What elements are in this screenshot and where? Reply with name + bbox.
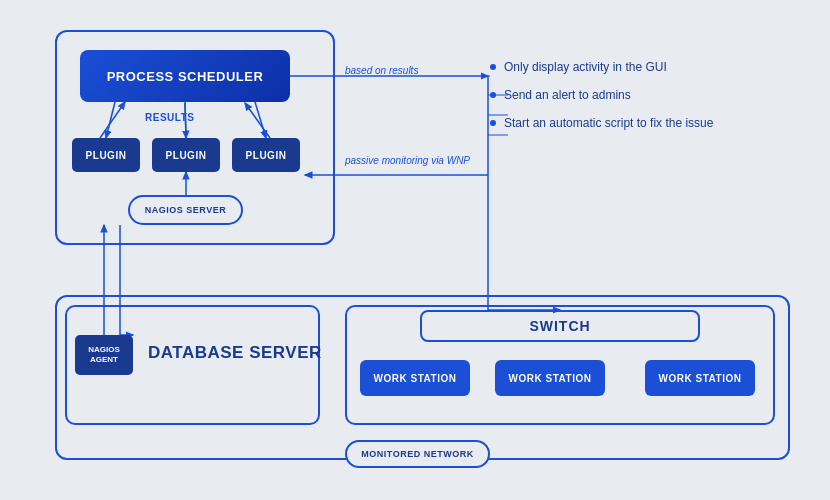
annotation-dot-2 bbox=[490, 92, 496, 98]
process-scheduler-label: PROCESS SCHEDULER bbox=[107, 69, 264, 84]
nagios-agent-label: NAGIOSAGENT bbox=[88, 345, 120, 364]
database-server-label: DATABASE SERVER bbox=[148, 343, 322, 363]
workstation-box-1: WORK STATION bbox=[360, 360, 470, 396]
passive-monitoring-label: passive monitoring via WNP bbox=[345, 155, 470, 166]
annotation-item-1: Only display activity in the GUI bbox=[490, 60, 810, 74]
plugin-label-3: PLUGIN bbox=[246, 150, 287, 161]
workstation-label-2: WORK STATION bbox=[509, 373, 592, 384]
switch-label-box: SWITCH bbox=[420, 310, 700, 342]
plugin-label-1: PLUGIN bbox=[86, 150, 127, 161]
process-scheduler-box: PROCESS SCHEDULER bbox=[80, 50, 290, 102]
annotation-item-2: Send an alert to admins bbox=[490, 88, 810, 102]
plugin-box-3: PLUGIN bbox=[232, 138, 300, 172]
plugin-box-1: PLUGIN bbox=[72, 138, 140, 172]
nagios-server-label: NAGIOS SERVER bbox=[145, 205, 226, 215]
diagram: PROCESS SCHEDULER RESULTS PLUGIN PLUGIN … bbox=[0, 0, 830, 500]
switch-label: SWITCH bbox=[529, 318, 590, 334]
plugin-box-2: PLUGIN bbox=[152, 138, 220, 172]
nagios-agent-box: NAGIOSAGENT bbox=[75, 335, 133, 375]
based-on-results-label: based on results bbox=[345, 65, 418, 76]
annotation-dot-1 bbox=[490, 64, 496, 70]
monitored-network-box: MONITORED NETWORK bbox=[345, 440, 490, 468]
plugin-label-2: PLUGIN bbox=[166, 150, 207, 161]
annotation-text-2: Send an alert to admins bbox=[504, 88, 631, 102]
workstation-label-1: WORK STATION bbox=[374, 373, 457, 384]
annotation-text-1: Only display activity in the GUI bbox=[504, 60, 667, 74]
annotation-text-3: Start an automatic script to fix the iss… bbox=[504, 116, 713, 130]
annotation-dot-3 bbox=[490, 120, 496, 126]
nagios-server-box: NAGIOS SERVER bbox=[128, 195, 243, 225]
workstation-box-2: WORK STATION bbox=[495, 360, 605, 396]
annotation-item-3: Start an automatic script to fix the iss… bbox=[490, 116, 810, 130]
workstation-label-3: WORK STATION bbox=[659, 373, 742, 384]
monitored-network-label: MONITORED NETWORK bbox=[361, 449, 473, 459]
results-label: RESULTS bbox=[145, 112, 194, 123]
workstation-box-3: WORK STATION bbox=[645, 360, 755, 396]
annotation-box: Only display activity in the GUI Send an… bbox=[490, 60, 810, 144]
